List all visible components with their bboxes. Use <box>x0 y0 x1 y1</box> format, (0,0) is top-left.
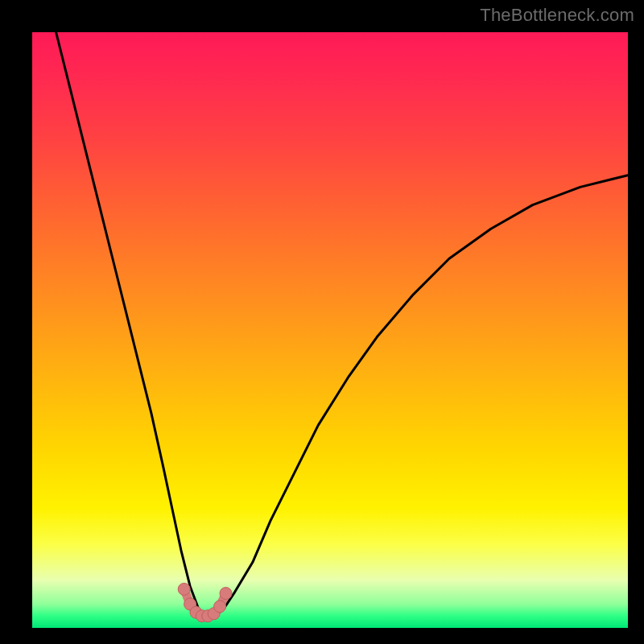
marker-dot <box>220 588 232 600</box>
marker-dot <box>214 601 226 613</box>
chart-svg <box>32 32 628 628</box>
plot-area <box>32 32 628 628</box>
bottleneck-curve <box>56 32 628 616</box>
curve-path <box>56 32 628 616</box>
chart-frame: TheBottleneck.com <box>0 0 644 644</box>
marker-dot <box>178 583 190 595</box>
attribution-text: TheBottleneck.com <box>480 5 634 26</box>
bottom-markers <box>178 583 232 621</box>
